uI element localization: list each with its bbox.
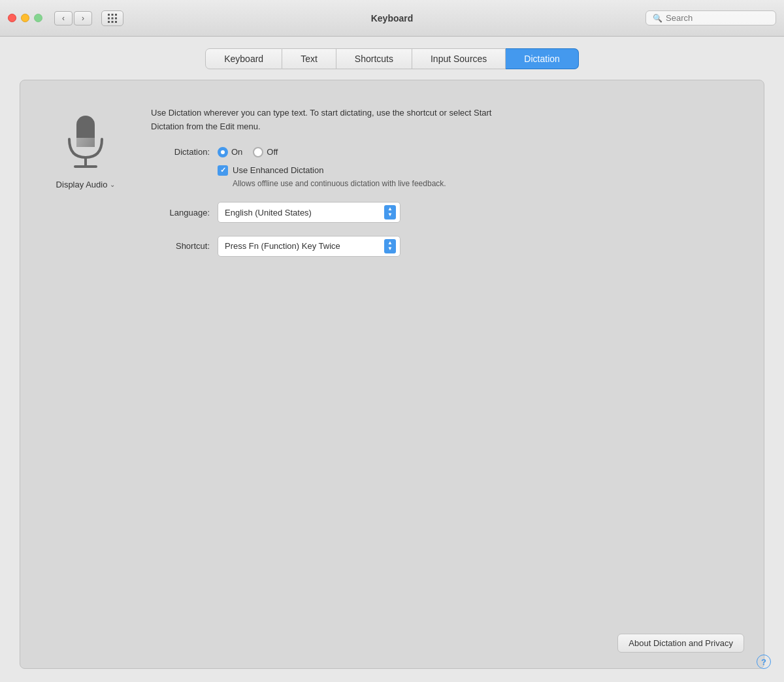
shortcut-value: Press Fn (Function) Key Twice [225,241,340,251]
tab-keyboard[interactable]: Keyboard [205,48,282,69]
dictation-on-radio[interactable] [218,147,228,157]
minimize-button[interactable] [21,14,29,22]
enhanced-dictation-checkbox[interactable] [218,165,228,176]
dictation-off-radio[interactable] [253,147,263,157]
grid-button[interactable] [101,10,123,26]
svg-rect-3 [108,17,110,19]
maximize-button[interactable] [34,14,42,22]
tab-dictation[interactable]: Dictation [506,48,578,69]
svg-rect-0 [108,14,110,16]
tab-text[interactable]: Text [282,48,336,69]
dictation-toggle-label: Dictation: [151,147,210,157]
tab-shortcuts[interactable]: Shortcuts [336,48,412,69]
search-input[interactable] [666,13,769,23]
shortcut-dropdown-arrows: ▲ ▼ [384,239,396,253]
mic-section: Display Audio ⌄ [40,100,131,257]
enhanced-dictation-checkbox-row[interactable]: Use Enhanced Dictation [218,165,744,176]
display-audio-dropdown[interactable]: Display Audio ⌄ [56,180,116,189]
shortcut-label: Shortcut: [151,241,210,251]
help-button[interactable]: ? [757,655,771,669]
window-title: Keyboard [371,13,414,24]
enhanced-dictation-label: Use Enhanced Dictation [233,165,323,175]
back-button[interactable]: ‹ [54,11,73,25]
language-label: Language: [151,208,210,218]
panel-body: Display Audio ⌄ Use Dictation wherever y… [40,100,744,257]
chevron-down-icon: ⌄ [110,181,115,188]
description-text: Use Dictation wherever you can type text… [151,106,504,134]
shortcut-dropdown[interactable]: Press Fn (Function) Key Twice ▲ ▼ [218,236,400,257]
controls-section: Dictation: On Off [151,147,744,257]
enhanced-dictation-section: Use Enhanced Dictation Allows offline us… [218,165,744,189]
svg-rect-8 [115,21,117,23]
language-value: English (United States) [225,208,312,218]
svg-rect-7 [112,21,114,23]
language-dropdown-arrows: ▲ ▼ [384,205,396,219]
dictation-radio-group: On Off [218,147,278,157]
svg-rect-1 [112,14,114,16]
microphone-icon [59,113,112,172]
chevron-down-icon: ▼ [387,212,393,218]
search-icon: 🔍 [653,14,662,23]
svg-rect-2 [115,14,117,16]
shortcut-row: Shortcut: Press Fn (Function) Key Twice … [151,236,744,257]
traffic-lights [8,14,42,22]
about-dictation-button[interactable]: About Dictation and Privacy [617,634,744,653]
tab-bar: Keyboard Text Shortcuts Input Sources Di… [0,37,784,69]
right-content: Use Dictation wherever you can type text… [151,100,744,257]
chevron-down-icon: ▼ [387,246,393,252]
language-row: Language: English (United States) ▲ ▼ [151,202,744,223]
dictation-on-option[interactable]: On [218,147,242,157]
svg-rect-11 [76,138,95,147]
enhanced-dictation-sublabel: Allows offline use and continuous dictat… [233,178,744,189]
dictation-off-label: Off [267,147,278,157]
title-bar: ‹ › Keyboard 🔍 [0,0,784,37]
display-audio-label: Display Audio [56,180,108,189]
panel: Display Audio ⌄ Use Dictation wherever y… [20,80,764,669]
main-content: Keyboard Text Shortcuts Input Sources Di… [0,37,784,682]
svg-rect-4 [112,17,114,19]
close-button[interactable] [8,14,16,22]
nav-buttons: ‹ › [54,11,92,25]
language-dropdown[interactable]: English (United States) ▲ ▼ [218,202,400,223]
dictation-off-option[interactable]: Off [253,147,278,157]
forward-button[interactable]: › [74,11,92,25]
dictation-toggle-row: Dictation: On Off [151,147,744,157]
search-bar[interactable]: 🔍 [645,10,776,25]
tab-input-sources[interactable]: Input Sources [412,48,506,69]
svg-rect-5 [115,17,117,19]
dictation-on-label: On [231,147,242,157]
svg-rect-6 [108,21,110,23]
bottom-section: About Dictation and Privacy [617,634,744,653]
